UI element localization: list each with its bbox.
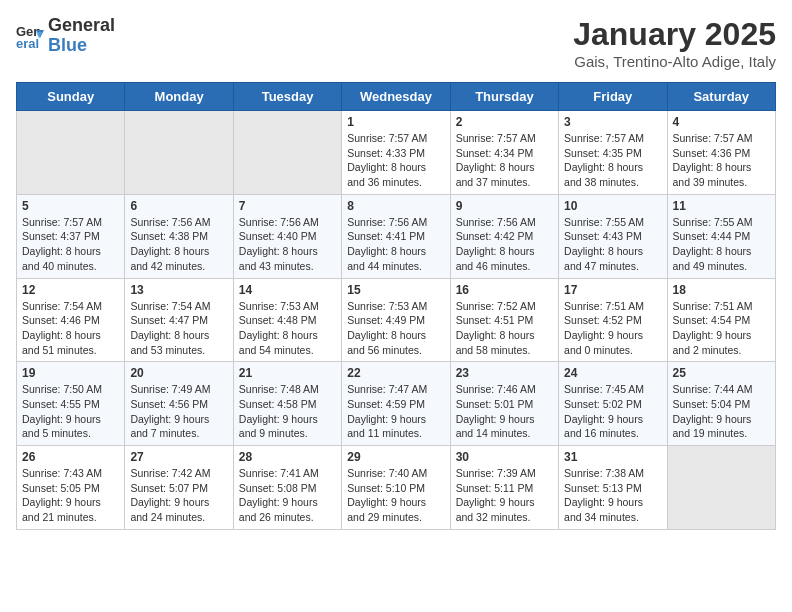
day-info: Sunrise: 7:56 AM Sunset: 4:41 PM Dayligh… [347, 215, 444, 274]
calendar-cell: 17Sunrise: 7:51 AM Sunset: 4:52 PM Dayli… [559, 278, 667, 362]
calendar-cell [125, 111, 233, 195]
calendar-cell: 16Sunrise: 7:52 AM Sunset: 4:51 PM Dayli… [450, 278, 558, 362]
calendar-cell: 4Sunrise: 7:57 AM Sunset: 4:36 PM Daylig… [667, 111, 775, 195]
day-info: Sunrise: 7:57 AM Sunset: 4:37 PM Dayligh… [22, 215, 119, 274]
calendar-cell: 1Sunrise: 7:57 AM Sunset: 4:33 PM Daylig… [342, 111, 450, 195]
day-info: Sunrise: 7:54 AM Sunset: 4:46 PM Dayligh… [22, 299, 119, 358]
day-number: 25 [673, 366, 770, 380]
calendar-table: SundayMondayTuesdayWednesdayThursdayFrid… [16, 82, 776, 530]
logo-general: General [48, 16, 115, 36]
day-number: 23 [456, 366, 553, 380]
day-info: Sunrise: 7:56 AM Sunset: 4:38 PM Dayligh… [130, 215, 227, 274]
calendar-cell: 6Sunrise: 7:56 AM Sunset: 4:38 PM Daylig… [125, 194, 233, 278]
calendar-cell: 18Sunrise: 7:51 AM Sunset: 4:54 PM Dayli… [667, 278, 775, 362]
day-info: Sunrise: 7:44 AM Sunset: 5:04 PM Dayligh… [673, 382, 770, 441]
calendar-cell: 22Sunrise: 7:47 AM Sunset: 4:59 PM Dayli… [342, 362, 450, 446]
calendar-cell: 15Sunrise: 7:53 AM Sunset: 4:49 PM Dayli… [342, 278, 450, 362]
day-info: Sunrise: 7:43 AM Sunset: 5:05 PM Dayligh… [22, 466, 119, 525]
day-number: 7 [239, 199, 336, 213]
day-info: Sunrise: 7:52 AM Sunset: 4:51 PM Dayligh… [456, 299, 553, 358]
logo: Gen eral General Blue [16, 16, 115, 56]
weekday-header-row: SundayMondayTuesdayWednesdayThursdayFrid… [17, 83, 776, 111]
day-number: 22 [347, 366, 444, 380]
day-info: Sunrise: 7:56 AM Sunset: 4:40 PM Dayligh… [239, 215, 336, 274]
weekday-header-saturday: Saturday [667, 83, 775, 111]
day-number: 11 [673, 199, 770, 213]
calendar-cell: 29Sunrise: 7:40 AM Sunset: 5:10 PM Dayli… [342, 446, 450, 530]
month-title: January 2025 [573, 16, 776, 53]
calendar-cell [233, 111, 341, 195]
day-number: 19 [22, 366, 119, 380]
calendar-week-row: 5Sunrise: 7:57 AM Sunset: 4:37 PM Daylig… [17, 194, 776, 278]
day-number: 9 [456, 199, 553, 213]
day-number: 28 [239, 450, 336, 464]
day-number: 8 [347, 199, 444, 213]
day-number: 20 [130, 366, 227, 380]
day-number: 4 [673, 115, 770, 129]
calendar-cell [17, 111, 125, 195]
weekday-header-sunday: Sunday [17, 83, 125, 111]
day-info: Sunrise: 7:46 AM Sunset: 5:01 PM Dayligh… [456, 382, 553, 441]
weekday-header-monday: Monday [125, 83, 233, 111]
location-title: Gais, Trentino-Alto Adige, Italy [573, 53, 776, 70]
calendar-cell: 31Sunrise: 7:38 AM Sunset: 5:13 PM Dayli… [559, 446, 667, 530]
calendar-cell: 3Sunrise: 7:57 AM Sunset: 4:35 PM Daylig… [559, 111, 667, 195]
calendar-cell: 23Sunrise: 7:46 AM Sunset: 5:01 PM Dayli… [450, 362, 558, 446]
calendar-cell: 28Sunrise: 7:41 AM Sunset: 5:08 PM Dayli… [233, 446, 341, 530]
day-number: 30 [456, 450, 553, 464]
weekday-header-thursday: Thursday [450, 83, 558, 111]
day-info: Sunrise: 7:47 AM Sunset: 4:59 PM Dayligh… [347, 382, 444, 441]
calendar-cell: 8Sunrise: 7:56 AM Sunset: 4:41 PM Daylig… [342, 194, 450, 278]
day-number: 12 [22, 283, 119, 297]
day-info: Sunrise: 7:57 AM Sunset: 4:34 PM Dayligh… [456, 131, 553, 190]
calendar-cell: 20Sunrise: 7:49 AM Sunset: 4:56 PM Dayli… [125, 362, 233, 446]
calendar-week-row: 19Sunrise: 7:50 AM Sunset: 4:55 PM Dayli… [17, 362, 776, 446]
page-header: Gen eral General Blue January 2025 Gais,… [16, 16, 776, 70]
day-number: 17 [564, 283, 661, 297]
day-number: 6 [130, 199, 227, 213]
day-number: 2 [456, 115, 553, 129]
day-info: Sunrise: 7:45 AM Sunset: 5:02 PM Dayligh… [564, 382, 661, 441]
calendar-cell: 5Sunrise: 7:57 AM Sunset: 4:37 PM Daylig… [17, 194, 125, 278]
svg-text:eral: eral [16, 36, 39, 50]
day-info: Sunrise: 7:38 AM Sunset: 5:13 PM Dayligh… [564, 466, 661, 525]
calendar-cell: 11Sunrise: 7:55 AM Sunset: 4:44 PM Dayli… [667, 194, 775, 278]
day-info: Sunrise: 7:39 AM Sunset: 5:11 PM Dayligh… [456, 466, 553, 525]
day-number: 24 [564, 366, 661, 380]
day-info: Sunrise: 7:50 AM Sunset: 4:55 PM Dayligh… [22, 382, 119, 441]
weekday-header-tuesday: Tuesday [233, 83, 341, 111]
day-info: Sunrise: 7:51 AM Sunset: 4:54 PM Dayligh… [673, 299, 770, 358]
day-info: Sunrise: 7:57 AM Sunset: 4:35 PM Dayligh… [564, 131, 661, 190]
day-number: 15 [347, 283, 444, 297]
calendar-week-row: 1Sunrise: 7:57 AM Sunset: 4:33 PM Daylig… [17, 111, 776, 195]
day-info: Sunrise: 7:40 AM Sunset: 5:10 PM Dayligh… [347, 466, 444, 525]
calendar-cell: 13Sunrise: 7:54 AM Sunset: 4:47 PM Dayli… [125, 278, 233, 362]
day-info: Sunrise: 7:41 AM Sunset: 5:08 PM Dayligh… [239, 466, 336, 525]
calendar-cell: 30Sunrise: 7:39 AM Sunset: 5:11 PM Dayli… [450, 446, 558, 530]
calendar-cell: 21Sunrise: 7:48 AM Sunset: 4:58 PM Dayli… [233, 362, 341, 446]
day-number: 18 [673, 283, 770, 297]
day-info: Sunrise: 7:55 AM Sunset: 4:43 PM Dayligh… [564, 215, 661, 274]
weekday-header-wednesday: Wednesday [342, 83, 450, 111]
calendar-cell: 24Sunrise: 7:45 AM Sunset: 5:02 PM Dayli… [559, 362, 667, 446]
day-info: Sunrise: 7:53 AM Sunset: 4:49 PM Dayligh… [347, 299, 444, 358]
day-number: 16 [456, 283, 553, 297]
day-info: Sunrise: 7:49 AM Sunset: 4:56 PM Dayligh… [130, 382, 227, 441]
day-number: 1 [347, 115, 444, 129]
day-number: 29 [347, 450, 444, 464]
day-info: Sunrise: 7:57 AM Sunset: 4:36 PM Dayligh… [673, 131, 770, 190]
day-number: 21 [239, 366, 336, 380]
calendar-cell [667, 446, 775, 530]
day-info: Sunrise: 7:42 AM Sunset: 5:07 PM Dayligh… [130, 466, 227, 525]
day-info: Sunrise: 7:54 AM Sunset: 4:47 PM Dayligh… [130, 299, 227, 358]
day-info: Sunrise: 7:57 AM Sunset: 4:33 PM Dayligh… [347, 131, 444, 190]
day-number: 14 [239, 283, 336, 297]
calendar-cell: 9Sunrise: 7:56 AM Sunset: 4:42 PM Daylig… [450, 194, 558, 278]
calendar-cell: 2Sunrise: 7:57 AM Sunset: 4:34 PM Daylig… [450, 111, 558, 195]
day-number: 5 [22, 199, 119, 213]
logo-blue: Blue [48, 36, 115, 56]
calendar-cell: 7Sunrise: 7:56 AM Sunset: 4:40 PM Daylig… [233, 194, 341, 278]
calendar-cell: 12Sunrise: 7:54 AM Sunset: 4:46 PM Dayli… [17, 278, 125, 362]
day-info: Sunrise: 7:53 AM Sunset: 4:48 PM Dayligh… [239, 299, 336, 358]
calendar-cell: 26Sunrise: 7:43 AM Sunset: 5:05 PM Dayli… [17, 446, 125, 530]
